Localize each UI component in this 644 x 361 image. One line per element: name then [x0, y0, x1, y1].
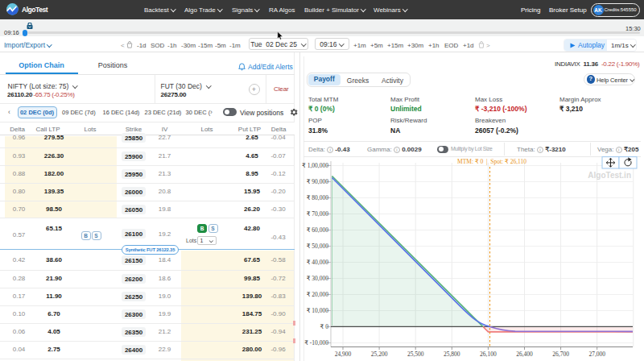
svg-text:₹ 50,000: ₹ 50,000: [307, 243, 329, 250]
svg-text:₹ 60,000: ₹ 60,000: [307, 226, 329, 234]
svg-text:₹ 1,00,000: ₹ 1,00,000: [302, 162, 328, 169]
svg-text:25,800: 25,800: [444, 351, 460, 358]
svg-text:25,200: 25,200: [371, 351, 388, 358]
svg-text:₹ 70,000: ₹ 70,000: [307, 210, 329, 218]
svg-text:26,700: 26,700: [552, 351, 569, 358]
svg-text:₹ 20,000: ₹ 20,000: [307, 291, 329, 298]
svg-text:₹ 30,000: ₹ 30,000: [307, 275, 329, 282]
svg-text:26,400: 26,400: [516, 351, 533, 358]
svg-text:25,500: 25,500: [407, 351, 424, 358]
svg-text:AlgoTest.in: AlgoTest.in: [588, 171, 631, 180]
svg-text:26,100: 26,100: [480, 351, 497, 358]
svg-text:24,900: 24,900: [335, 351, 352, 358]
svg-text:MTM: ₹ 0 | Spot: ₹ 26,110: MTM: ₹ 0 | Spot: ₹ 26,110: [457, 158, 526, 165]
svg-text:₹ 0: ₹ 0: [320, 323, 329, 330]
svg-text:₹ 10,000: ₹ 10,000: [307, 307, 329, 314]
svg-text:₹ 80,000: ₹ 80,000: [307, 194, 329, 201]
svg-text:27,000: 27,000: [588, 351, 605, 358]
svg-text:₹ 90,000: ₹ 90,000: [307, 178, 329, 185]
svg-text:₹ -10,000: ₹ -10,000: [304, 339, 328, 346]
svg-text:₹ 40,000: ₹ 40,000: [307, 259, 329, 266]
